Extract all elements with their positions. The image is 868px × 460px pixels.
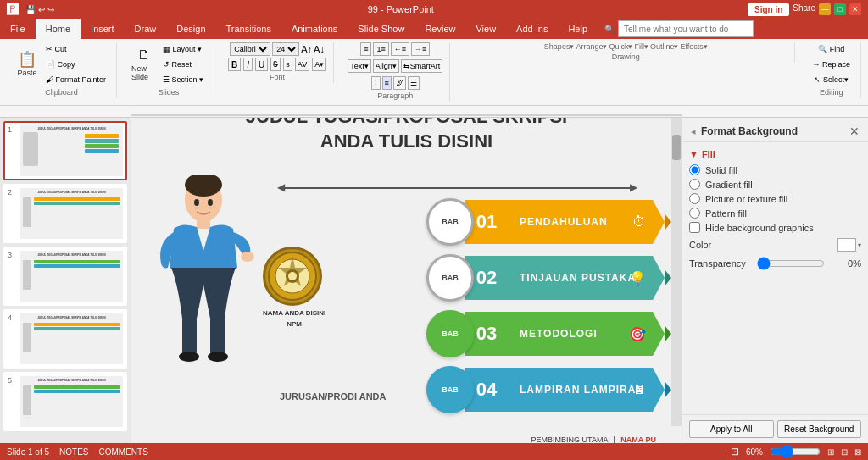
justify-button[interactable]: ☰ (408, 76, 420, 90)
jurusan-label[interactable]: JURUSAN/PRODI ANDA (280, 391, 387, 402)
underline-button[interactable]: U (255, 58, 268, 71)
transparency-slider[interactable] (757, 257, 825, 270)
copy-button[interactable]: 📄 Copy (42, 58, 109, 71)
view-slide-button[interactable]: ⊠ (854, 447, 861, 457)
fill-radio-picture[interactable] (689, 193, 700, 204)
ribbon-search-input[interactable] (618, 20, 754, 37)
smartart-button[interactable]: ⇆SmartArt (401, 59, 443, 73)
shadow-button[interactable]: s (283, 58, 292, 71)
cut-button[interactable]: ✂ Cut (42, 42, 109, 56)
slide-thumb-4[interactable]: 4 JUDUL TUGAS/PROPOSAL SKRIPSI ANDA TULI… (3, 309, 127, 369)
thumb1-bab1 (85, 134, 119, 138)
align-left-button[interactable]: ⫶ (371, 76, 381, 90)
format-painter-button[interactable]: 🖌 Format Painter (42, 73, 109, 86)
slide-thumb-5[interactable]: 5 JUDUL TUGAS/PROPOSAL SKRIPSI ANDA TULI… (3, 372, 127, 431)
tab-draw[interactable]: Draw (125, 19, 167, 39)
fit-slide-button[interactable]: ⊡ (731, 446, 739, 457)
reset-button[interactable]: ↺ Reset (159, 58, 207, 71)
bold-button[interactable]: B (228, 58, 241, 71)
bab-item-2[interactable]: BAB 02 TINJAUAN PUSTAKA 💡 (426, 256, 665, 300)
align-text-button[interactable]: Align▾ (373, 59, 399, 73)
tab-transitions[interactable]: Transitions (216, 19, 281, 39)
comments-button[interactable]: COMMENTS (99, 447, 148, 457)
slide-thumb-3[interactable]: 3 JUDUL TUGAS/PROPOSAL SKRIPSI ANDA TULI… (3, 247, 127, 306)
view-outline-button[interactable]: ⊟ (841, 447, 848, 457)
bab-label-1: BAB (442, 218, 459, 226)
close-button[interactable]: ✕ (849, 3, 861, 15)
select-button[interactable]: ↖ Select▾ (810, 73, 852, 86)
font-family-select[interactable]: Calibri (230, 42, 270, 56)
align-center-button[interactable]: ≡ (382, 76, 392, 90)
strikethrough-button[interactable]: S̶ (270, 58, 281, 71)
color-swatch[interactable] (837, 238, 856, 252)
shape-fill-button[interactable]: Fill▾ (634, 42, 648, 51)
decrease-font-button[interactable]: A↓ (314, 44, 325, 54)
scrollbar-thumb[interactable] (672, 135, 681, 160)
zoom-slider[interactable] (770, 447, 821, 456)
view-normal-button[interactable]: ⊞ (827, 447, 834, 457)
tab-design[interactable]: Design (166, 19, 215, 39)
replace-button[interactable]: ↔ Replace (809, 58, 854, 71)
font-size-select[interactable]: 24 (272, 42, 299, 56)
tab-help[interactable]: Help (558, 19, 598, 39)
maximize-button[interactable]: □ (834, 3, 846, 15)
fill-radio-pattern[interactable] (689, 208, 700, 219)
find-button[interactable]: 🔍 Find (815, 42, 848, 56)
tab-addins[interactable]: Add-ins (506, 19, 558, 39)
new-slide-button[interactable]: 🗋 New Slide (131, 47, 158, 81)
apply-to-all-button[interactable]: Apply to All (689, 420, 774, 438)
char-spacing-button[interactable]: AV (295, 58, 309, 71)
shape-outline-button[interactable]: Outline▾ (650, 42, 679, 51)
slide-thumb-1[interactable]: 1 JUDUL TUGAS/PROPOSAL SKRIPSI ANDA TULI… (3, 121, 127, 180)
quick-styles-button[interactable]: Quick▾ (609, 42, 632, 51)
numbering-button[interactable]: 1≡ (373, 42, 388, 56)
increase-font-button[interactable]: A↑ (301, 44, 312, 54)
bab-item-1[interactable]: BAB 01 PENDAHULUAN ⏱ (426, 200, 665, 244)
text-direction-button[interactable]: Text▾ (348, 59, 371, 73)
tab-home[interactable]: Home (36, 19, 81, 39)
section-button[interactable]: ☰ Section ▾ (159, 73, 207, 86)
fill-hide-checkbox[interactable] (689, 222, 700, 233)
minimize-button[interactable]: — (819, 3, 831, 15)
paste-button[interactable]: 📋 Paste (14, 47, 41, 81)
slide-title-line1[interactable]: JUDUL TUGAS/PROPOSAL SKRIPSI (131, 118, 682, 130)
notes-button[interactable]: NOTES (59, 447, 88, 457)
vertical-scrollbar[interactable] (671, 118, 682, 426)
tab-file[interactable]: File (0, 19, 36, 39)
fill-hide-label: Hide background graphics (705, 223, 814, 233)
format-panel-back-icon[interactable]: ◂ (691, 126, 696, 137)
increase-indent-button[interactable]: →≡ (411, 42, 430, 56)
tab-insert[interactable]: Insert (81, 19, 125, 39)
tab-review[interactable]: Review (415, 19, 465, 39)
bullets-button[interactable]: ≡ (360, 42, 371, 56)
color-dropdown-arrow[interactable]: ▾ (858, 241, 861, 249)
italic-button[interactable]: I (243, 58, 253, 71)
font-color-button[interactable]: A▾ (312, 58, 326, 71)
reset-background-button[interactable]: Reset Background (777, 420, 862, 438)
nama-label[interactable]: NAMA ANDA DISINI (263, 309, 326, 317)
slide-title-line2[interactable]: ANDA TULIS DISINI (131, 130, 682, 154)
new-slide-label: New Slide (131, 64, 157, 81)
tab-view[interactable]: View (465, 19, 506, 39)
signin-button[interactable]: Sign in (748, 3, 789, 16)
bab-item-3[interactable]: BAB 03 METODOLOGI 🎯 (426, 312, 665, 356)
share-button[interactable]: Share (793, 3, 815, 16)
tab-animations[interactable]: Animations (281, 19, 348, 39)
format-panel-close-button[interactable]: ✕ (849, 125, 860, 138)
layout-button[interactable]: ▦ Layout ▾ (159, 42, 207, 56)
fill-collapse-icon: ▼ (689, 149, 698, 159)
tab-slideshow[interactable]: Slide Show (348, 19, 415, 39)
align-right-button[interactable]: ⫻ (393, 76, 406, 90)
npm-label[interactable]: NPM (263, 320, 326, 328)
fill-radio-gradient[interactable] (689, 179, 700, 190)
slide-thumb-2[interactable]: 2 JUDUL TUGAS/PROPOSAL SKRIPSI ANDA TULI… (3, 184, 127, 243)
fill-section-header[interactable]: ▼ Fill (689, 149, 861, 159)
bab-fold-2 (665, 269, 671, 286)
paragraph-row3: ⫶ ≡ ⫻ ☰ (371, 76, 420, 90)
thumb5-title: JUDUL TUGAS/PROPOSAL SKRIPSI ANDA TULIS … (20, 379, 123, 382)
arrange-button[interactable]: Arrange▾ (576, 42, 607, 51)
bab-item-4[interactable]: BAB 04 LAMPIRAN LAMPIRAN 🖥 (426, 368, 665, 412)
shape-effects-button[interactable]: Effects▾ (680, 42, 707, 51)
decrease-indent-button[interactable]: ←≡ (391, 42, 409, 56)
fill-radio-solid[interactable] (689, 164, 700, 175)
